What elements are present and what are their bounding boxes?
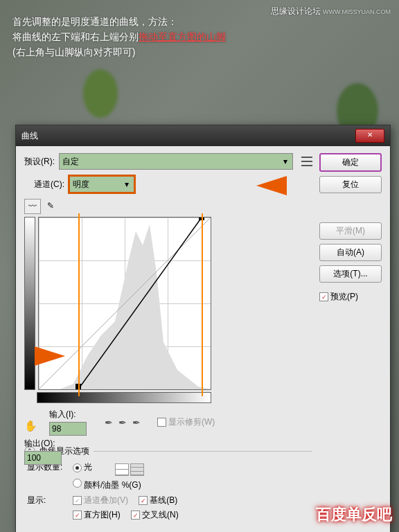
curve-tool-point[interactable]: 〰 (24, 199, 41, 214)
curves-dialog: 曲线 ✕ 预设(R): 自定▾ 通道(C): 明度▾ 〰 ✎ (15, 125, 391, 532)
ok-button[interactable]: 确定 (319, 153, 382, 172)
eyedropper-black[interactable]: ✒ (105, 417, 113, 428)
chk-baseline[interactable]: ✓基线(B) (139, 495, 177, 506)
svg-line-0 (39, 218, 211, 389)
close-button[interactable]: ✕ (355, 129, 384, 143)
guide-line-left (78, 213, 80, 396)
forum-watermark: 思缘设计论坛 WWW.MISSYUAN.COM (271, 6, 391, 17)
y-axis-gradient (24, 217, 35, 390)
hand-tool-icon[interactable]: ✋ (24, 420, 41, 432)
channel-select[interactable]: 明度▾ (69, 175, 135, 193)
eyedropper-gray[interactable]: ✒ (118, 417, 127, 428)
channel-label: 通道(C): (34, 179, 64, 190)
radio-light[interactable] (73, 463, 82, 472)
auto-button[interactable]: 自动(A) (319, 244, 382, 261)
output-label: 输出(O): (24, 438, 55, 450)
grid-size-small[interactable] (115, 463, 129, 476)
curve-tools: 〰 ✎ (24, 199, 312, 214)
eyedropper-group: ✒ ✒ ✒ (105, 417, 141, 428)
chevron-down-icon: ▾ (281, 157, 290, 166)
guide-line-right (202, 213, 203, 396)
curves-graph[interactable] (38, 217, 211, 390)
show-clipping-checkbox[interactable]: 显示修剪(W) (157, 416, 215, 428)
smooth-button: 平滑(M) (319, 222, 382, 240)
svg-line-1 (78, 218, 202, 389)
plant-blur (83, 69, 118, 118)
eyedropper-white[interactable]: ✒ (132, 417, 141, 428)
checkbox-icon (157, 418, 166, 427)
grid-size-large[interactable] (130, 463, 144, 476)
reset-button[interactable]: 复位 (319, 176, 382, 193)
preset-menu-button[interactable] (301, 157, 312, 166)
curve-line (39, 218, 211, 389)
titlebar[interactable]: 曲线 ✕ (16, 125, 390, 146)
chk-histogram[interactable]: ✓直方图(H) (73, 509, 121, 521)
chk-intersect[interactable]: ✓交叉线(N) (131, 509, 179, 521)
input-field[interactable]: 98 (49, 422, 87, 436)
output-field[interactable]: 100 (24, 451, 62, 465)
chevron-down-icon: ▾ (123, 179, 131, 189)
preview-checkbox[interactable]: ✓预览(P) (319, 291, 382, 303)
options-button[interactable]: 选项(T)... (319, 265, 382, 283)
curve-tool-pencil[interactable]: ✎ (43, 199, 58, 213)
dialog-title: 曲线 (21, 130, 38, 142)
input-label: 输入(I): (49, 409, 87, 420)
bottom-watermark: 百度单反吧 (316, 504, 392, 525)
radio-ink[interactable] (73, 479, 82, 488)
chk-overlay[interactable]: ✓通道叠加(V) (73, 495, 128, 506)
show-label: 显示: (27, 495, 69, 506)
x-axis-gradient (37, 392, 211, 403)
preset-select[interactable]: 自定▾ (59, 153, 293, 170)
preset-label: 预设(R): (24, 156, 55, 168)
annotation-text: 首先调整的是明度通道的曲线，方法： 将曲线的左下端和右上端分别拖动至直方图的山脚… (12, 14, 226, 60)
